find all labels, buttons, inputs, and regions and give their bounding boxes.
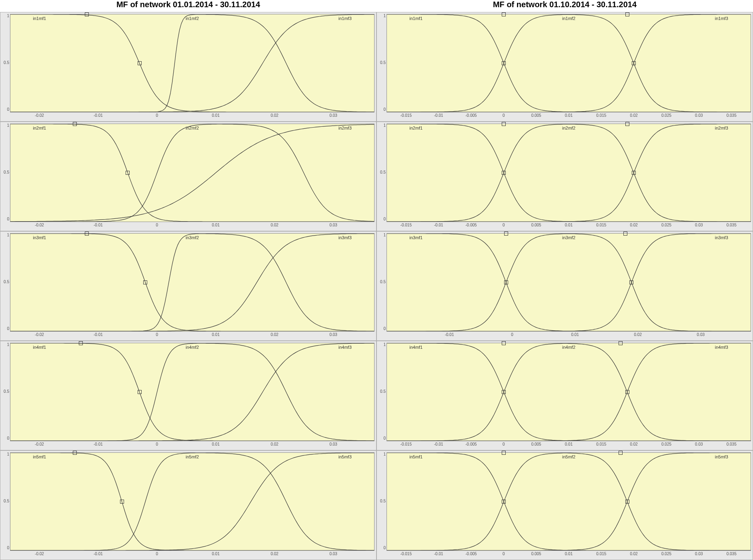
chart-row: 10.50in3mf1in3mf2in3mf3-0.02-0.0100.010.… — [0, 231, 753, 341]
plot-area: in5mf1in5mf2in5mf3 — [10, 452, 374, 551]
marker-icon — [502, 500, 506, 504]
marker-icon — [502, 390, 506, 394]
x-tick-label: 0.035 — [727, 552, 737, 556]
x-tick-label: 0 — [156, 332, 158, 337]
x-tick-label: 0.015 — [596, 442, 606, 446]
mf-curve — [10, 124, 374, 222]
x-axis: -0.015-0.01-0.00500.0050.010.0150.020.02… — [387, 112, 751, 121]
x-tick-label: 0.03 — [695, 442, 703, 446]
x-tick-label: 0.005 — [531, 442, 541, 446]
y-tick-label: 0 — [1, 108, 9, 112]
marker-icon — [502, 12, 506, 16]
marker-icon — [502, 451, 506, 455]
x-tick-label: 0.005 — [531, 113, 541, 118]
y-tick-label: 1 — [1, 14, 9, 18]
y-tick-label: 0 — [378, 546, 386, 550]
y-tick-label: 1 — [378, 233, 386, 237]
y-tick-label: 0 — [378, 327, 386, 331]
x-axis: -0.02-0.0100.010.020.03 — [10, 332, 374, 340]
plot-area: in3mf1in3mf2in3mf3 — [10, 233, 374, 332]
mf-curve — [10, 124, 374, 222]
marker-icon — [632, 171, 636, 175]
plot-area: in2mf1in2mf2in2mf3 — [10, 124, 374, 222]
x-tick-label: 0.03 — [695, 223, 703, 227]
plot-area: in1mf1in1mf2in1mf3 — [387, 14, 751, 112]
marker-icon — [625, 12, 629, 16]
x-tick-label: -0.01 — [94, 332, 103, 337]
y-tick-label: 1 — [1, 343, 9, 347]
mf-curve — [10, 343, 374, 441]
y-tick-label: 0 — [1, 327, 9, 331]
y-axis: 10.50 — [378, 14, 386, 112]
plot-area: in2mf1in2mf2in2mf3 — [387, 124, 751, 222]
marker-icon — [504, 232, 508, 236]
x-tick-label: 0 — [511, 332, 513, 337]
x-tick-label: 0.01 — [212, 223, 220, 227]
y-tick-label: 0.5 — [1, 390, 9, 394]
y-tick-label: 0.5 — [378, 390, 386, 394]
chart-row: 10.50in1mf1in1mf2in1mf3-0.02-0.0100.010.… — [0, 12, 753, 122]
curves-svg — [387, 453, 751, 550]
x-tick-label: 0.025 — [661, 113, 671, 118]
y-tick-label: 0 — [378, 436, 386, 440]
y-tick-label: 0 — [1, 217, 9, 221]
y-axis: 10.50 — [1, 343, 9, 440]
x-tick-label: 0.01 — [571, 332, 579, 337]
x-tick-label: -0.005 — [465, 552, 477, 556]
y-tick-label: 1 — [378, 14, 386, 18]
mf-curve — [10, 453, 374, 550]
mf-curve — [10, 124, 374, 222]
y-axis: 10.50 — [378, 452, 386, 550]
x-tick-label: -0.01 — [445, 332, 454, 337]
curves-svg — [387, 343, 751, 441]
x-tick-label: -0.02 — [35, 113, 44, 118]
plot-area: in4mf1in4mf2in4mf3 — [387, 343, 751, 441]
y-tick-label: 0.5 — [1, 170, 9, 174]
y-tick-label: 1 — [1, 233, 9, 237]
mf-curve — [387, 343, 751, 441]
chart-grid: 10.50in1mf1in1mf2in1mf3-0.02-0.0100.010.… — [0, 12, 753, 560]
marker-icon — [625, 390, 629, 394]
x-axis: -0.0100.010.020.03 — [387, 332, 751, 340]
chart-row: 10.50in5mf1in5mf2in5mf3-0.02-0.0100.010.… — [0, 450, 753, 560]
x-axis: -0.02-0.0100.010.020.03 — [10, 112, 374, 121]
x-tick-label: -0.015 — [401, 113, 412, 118]
x-tick-label: -0.01 — [434, 442, 443, 446]
mf-curve — [387, 453, 751, 550]
mf-curve — [387, 343, 751, 441]
x-tick-label: -0.02 — [35, 332, 44, 337]
y-tick-label: 1 — [1, 452, 9, 456]
x-tick-label: 0 — [503, 552, 505, 556]
marker-icon — [504, 280, 508, 284]
marker-icon — [502, 341, 506, 345]
x-tick-label: 0.025 — [661, 552, 671, 556]
x-tick-label: 0.01 — [212, 552, 220, 556]
x-tick-label: 0.035 — [727, 113, 737, 118]
mf-curve — [10, 234, 374, 331]
y-tick-label: 0.5 — [378, 499, 386, 503]
marker-icon — [619, 451, 623, 455]
x-tick-label: 0.01 — [212, 113, 220, 118]
chart-cell: 10.50in3mf1in3mf2in3mf3-0.02-0.0100.010.… — [0, 231, 376, 341]
x-tick-label: 0 — [503, 113, 505, 118]
figure-container: MF of network 01.01.2014 - 30.11.2014 MF… — [0, 0, 753, 560]
marker-icon — [502, 61, 506, 65]
x-tick-label: 0.02 — [270, 223, 278, 227]
x-tick-label: 0 — [156, 113, 158, 118]
mf-curve — [387, 343, 751, 441]
marker-icon — [619, 341, 623, 345]
marker-icon — [625, 122, 629, 126]
x-tick-label: 0 — [503, 442, 505, 446]
x-tick-label: 0.01 — [212, 332, 220, 337]
x-tick-label: -0.01 — [434, 223, 443, 227]
plot-area: in4mf1in4mf2in4mf3 — [10, 343, 374, 441]
marker-icon — [138, 61, 142, 65]
chart-cell: 10.50in4mf1in4mf2in4mf3-0.02-0.0100.010.… — [0, 341, 376, 450]
mf-curve — [387, 14, 751, 112]
y-axis: 10.50 — [1, 452, 9, 550]
x-tick-label: 0.015 — [596, 223, 606, 227]
marker-icon — [126, 171, 130, 175]
mf-curve — [387, 14, 751, 112]
marker-icon — [502, 122, 506, 126]
x-tick-label: 0.01 — [565, 442, 573, 446]
